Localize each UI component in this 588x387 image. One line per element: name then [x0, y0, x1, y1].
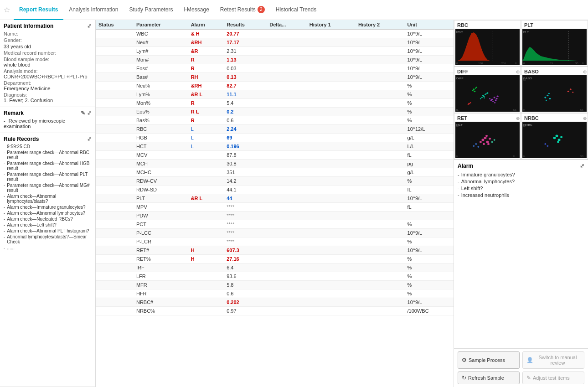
table-row[interactable]: MCHC 351 g/L	[96, 168, 454, 177]
table-row[interactable]: PCT **** %	[96, 220, 454, 229]
expand-rule-records-icon[interactable]: ⤢	[87, 136, 92, 142]
delta-cell	[267, 289, 306, 298]
table-row[interactable]: NRBC# 0.202 10^9/L	[96, 298, 454, 307]
history2-cell	[356, 307, 404, 315]
parameter-cell: RDW-CV	[134, 177, 188, 186]
alarm-cell	[188, 298, 224, 307]
alarm-cell: R L	[188, 108, 224, 116]
nav-tab-study-parameters[interactable]: Study Parameters	[124, 0, 178, 20]
result-cell: 20.77	[224, 30, 267, 38]
rule-item: -Alarm check—Immature granulocytes?	[4, 205, 92, 210]
table-row[interactable]: P-LCC **** 10^9/L	[96, 229, 454, 237]
table-row[interactable]: Mon# R 1.13 10^9/L	[96, 56, 454, 64]
table-row[interactable]: HFR 0.6 %	[96, 289, 454, 298]
rule-item: -......	[4, 245, 92, 250]
table-row[interactable]: Neu# &RH 17.17 10^9/L	[96, 38, 454, 47]
nav-tab-historical-trends[interactable]: Historical Trends	[270, 0, 322, 20]
switch-manual-button[interactable]: 👤 Switch to manual review	[522, 351, 584, 369]
table-row[interactable]: MFR 5.8 %	[96, 281, 454, 289]
history1-cell	[307, 263, 356, 272]
adjust-test-items-button[interactable]: ✎ Adjust test items	[522, 372, 584, 384]
rule-dash: -	[4, 217, 5, 222]
rule-dash: -	[4, 194, 5, 204]
alarm-cell	[188, 263, 224, 272]
center-table-panel[interactable]: StatusParameterAlarmResultsDelta...Histo…	[96, 20, 454, 387]
diff-chart-canvas: DIFF fL SS	[455, 75, 520, 112]
table-row[interactable]: Eos% R L 0.2 %	[96, 108, 454, 116]
status-cell	[96, 281, 134, 289]
table-row[interactable]: Bas# RH 0.13 10^9/L	[96, 73, 454, 82]
table-row[interactable]: WBC & H 20.77 10^9/L	[96, 30, 454, 38]
result-cell: 30.8	[224, 160, 267, 168]
nav-tab-analysis-information[interactable]: Analysis Information	[63, 0, 124, 20]
table-row[interactable]: HCT L 0.196 L/L	[96, 142, 454, 151]
svg-point-74	[494, 139, 495, 141]
table-row[interactable]: NRBC% 0.97 /100WBC	[96, 307, 454, 315]
nav-tab-retest-results[interactable]: Retest Results2	[215, 0, 270, 20]
alarm-dash: -	[458, 186, 459, 191]
delta-cell	[267, 142, 306, 151]
expand-nrbc-icon[interactable]: ⊕	[583, 116, 587, 121]
table-row[interactable]: RDW-SD 44.1 fL	[96, 186, 454, 194]
table-row[interactable]: PLT &R L 44 10^9/L	[96, 194, 454, 203]
nav-tab-i-message[interactable]: i-Message	[178, 0, 214, 20]
table-row[interactable]: Lym# &R 2.31 10^9/L	[96, 47, 454, 56]
table-row[interactable]: Neu% &RH 82.7 %	[96, 82, 454, 90]
svg-point-38	[497, 95, 499, 97]
table-row[interactable]: MCV 87.8 fL	[96, 151, 454, 160]
table-row[interactable]: P-LCR **** %	[96, 237, 454, 246]
svg-point-23	[485, 93, 487, 95]
svg-point-50	[547, 95, 548, 97]
table-row[interactable]: LFR 93.6 %	[96, 272, 454, 281]
bottom-buttons: ⚙ Sample Process 👤 Switch to manual revi…	[454, 348, 588, 387]
history1-cell	[307, 47, 356, 56]
table-row[interactable]: HGB L 69 g/L	[96, 134, 454, 142]
svg-point-83	[560, 136, 562, 138]
unit-cell: L/L	[405, 142, 454, 151]
rule-records-header: Rule Records ⤢	[4, 136, 92, 142]
table-row[interactable]: RDW-CV 14.2 %	[96, 177, 454, 186]
table-row[interactable]: Eos# R 0.03 10^9/L	[96, 64, 454, 73]
alarm-cell: &R L	[188, 90, 224, 99]
unit-cell	[405, 212, 454, 220]
table-row[interactable]: MCH 30.8 pg	[96, 160, 454, 168]
expand-ret-icon[interactable]: ⊕	[516, 116, 520, 121]
table-row[interactable]: IRF 6.4 %	[96, 263, 454, 272]
expand-diff-icon[interactable]: ⊕	[516, 69, 520, 74]
parameter-cell: PCT	[134, 220, 188, 229]
delta-cell	[267, 220, 306, 229]
sample-process-button[interactable]: ⚙ Sample Process	[458, 351, 520, 369]
expand-patient-icon[interactable]: ⤢	[87, 23, 92, 29]
svg-point-72	[477, 146, 479, 148]
table-row[interactable]: Bas% R 0.6 %	[96, 116, 454, 125]
table-row[interactable]: PDW ****	[96, 212, 454, 220]
star-icon[interactable]: ☆	[4, 5, 10, 14]
history1-cell	[307, 90, 356, 99]
table-row[interactable]: MPV **** fL	[96, 203, 454, 212]
history1-cell	[307, 272, 356, 281]
nav-tab-report-results[interactable]: Report Results	[14, 0, 63, 20]
expand-baso-icon[interactable]: ⊕	[583, 69, 587, 74]
table-row[interactable]: RET% H 27.16 %	[96, 255, 454, 263]
table-row[interactable]: Mon% R 5.4 %	[96, 99, 454, 108]
expand-alarm-icon[interactable]: ⤢	[580, 163, 584, 169]
expand-remark-icon[interactable]: ⤢	[87, 110, 92, 116]
table-row[interactable]: RBC L 2.24 10^12/L	[96, 125, 454, 134]
history2-cell	[356, 168, 404, 177]
svg-rect-75	[522, 122, 587, 158]
patient-info-title: Patient Information	[4, 23, 53, 29]
delta-cell	[267, 194, 306, 203]
alarm-cell	[188, 151, 224, 160]
svg-text:60: 60	[523, 126, 526, 128]
svg-point-56	[572, 92, 573, 93]
edit-remark-icon[interactable]: ✎	[81, 110, 85, 116]
refresh-sample-button[interactable]: ↻ Refresh Sample	[458, 372, 520, 384]
table-row[interactable]: RET# H 607.3 10^9/L	[96, 246, 454, 255]
history1-cell	[307, 108, 356, 116]
rule-dash: -	[4, 144, 5, 149]
table-row[interactable]: Lym% &R L 11.1 %	[96, 90, 454, 99]
svg-text:0: 0	[523, 109, 525, 111]
rule-text: 9:59:25 CD	[7, 144, 30, 149]
patient-info-section: Patient Information ⤢ Name: Gender: 33 y…	[0, 20, 95, 107]
result-cell: 44	[224, 194, 267, 203]
